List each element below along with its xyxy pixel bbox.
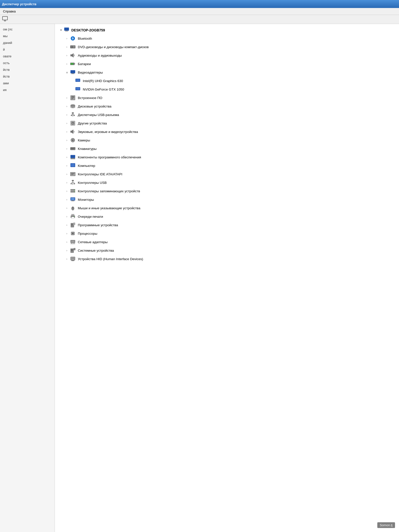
svg-rect-90 <box>72 233 74 234</box>
svg-rect-64 <box>72 180 74 181</box>
audio-label: Аудиовходы и аудиовыходы <box>78 54 122 57</box>
gpu1-label: Intel(R) UHD Graphics 630 <box>83 79 123 83</box>
menu-item-help[interactable]: Справка <box>1 8 18 14</box>
bluetooth-icon: B <box>70 35 76 41</box>
sidebar-item-7[interactable]: йств <box>0 73 55 80</box>
cpu-label: Процессоры <box>78 232 97 235</box>
sidebar-item-0[interactable]: ом (лс <box>0 26 55 33</box>
computer-label: Компьютер <box>78 164 95 168</box>
svg-rect-51 <box>74 148 74 148</box>
svg-rect-86 <box>71 224 73 224</box>
software-label: Компоненты программного обеспечения <box>78 155 141 159</box>
sidebar-item-2[interactable]: даний <box>0 39 55 46</box>
tree-item-hid[interactable]: › Устройства HID (Human Interface Device… <box>57 255 397 263</box>
tree-item-storage[interactable]: › Контроллеры запоминающих устройств <box>57 187 397 195</box>
network-icon <box>70 239 76 245</box>
tree-item-printer[interactable]: › Очереди печати <box>57 212 397 221</box>
tree-item-system[interactable]: › Системные устройства <box>57 246 397 255</box>
tree-item-network[interactable]: › Сетевые адаптеры <box>57 238 397 246</box>
dvd-icon <box>70 44 76 50</box>
cpu-icon <box>70 230 76 236</box>
svg-rect-54 <box>74 149 74 149</box>
other-icon: ? <box>70 120 76 126</box>
tree-item-usb[interactable]: › Диспетчеры USB-разъема <box>57 110 397 119</box>
svg-rect-57 <box>71 158 75 159</box>
chevron-cpu: › <box>65 231 69 235</box>
svg-rect-0 <box>2 16 7 20</box>
sidebar-item-6[interactable]: йств <box>0 66 55 73</box>
svg-rect-11 <box>71 46 73 47</box>
hid-label: Устройства HID (Human Interface Devices) <box>78 257 143 261</box>
tree-item-dvd[interactable]: › DVD-дисководы и дисководы компакт-диск… <box>57 43 397 51</box>
battery-label: Батареи <box>78 62 91 66</box>
tree-item-ide[interactable]: › Контроллеры IDE ATA/ATAPI <box>57 170 397 178</box>
sidebar-item-3[interactable]: й <box>0 46 55 53</box>
svg-point-68 <box>74 183 75 184</box>
ide-label: Контроллеры IDE ATA/ATAPI <box>78 172 122 176</box>
tree-item-battery[interactable]: › Батареи <box>57 60 397 68</box>
tree-item-firmware[interactable]: › Встроенное ПО <box>57 94 397 102</box>
svg-point-71 <box>74 190 75 190</box>
content-area: ▾ DESKTOP-2OGB759 › B <box>55 24 399 532</box>
tree-item-computer[interactable]: › Компьютер <box>57 161 397 170</box>
prog-label: Программные устройства <box>78 223 118 227</box>
storage-label: Контроллеры запоминающих устройств <box>78 189 140 193</box>
svg-point-67 <box>71 183 72 184</box>
tree-item-monitors[interactable]: › Мониторы <box>57 195 397 204</box>
tree-item-mouse[interactable]: › Мыши и иные указывающие устройства <box>57 204 397 212</box>
sidebar-item-1[interactable]: мы <box>0 33 55 39</box>
title-bar: Диспетчер устройств <box>0 0 399 8</box>
keyboard-icon <box>70 146 76 152</box>
tree-item-keyboard[interactable]: › Клавиатуры <box>57 144 397 153</box>
tree-item-display[interactable]: ∨ Видеоадаптеры <box>57 68 397 77</box>
tree-item-disk[interactable]: › Дисковые устройства <box>57 102 397 110</box>
svg-rect-82 <box>72 217 74 218</box>
svg-rect-53 <box>72 149 73 149</box>
usb-icon <box>70 112 76 118</box>
svg-rect-55 <box>74 148 75 148</box>
chevron-prog: › <box>65 223 69 227</box>
ide-icon <box>70 171 76 177</box>
chevron-disk: › <box>65 104 69 108</box>
svg-rect-105 <box>71 250 73 251</box>
tree-root[interactable]: ▾ DESKTOP-2OGB759 <box>57 26 397 34</box>
tree-item-other[interactable]: › ? Другие устройства <box>57 119 397 127</box>
hid-icon <box>70 256 76 262</box>
tree-item-gpu2[interactable]: NVIDIA GeForce GTX 1050 <box>57 85 397 94</box>
svg-rect-23 <box>76 88 80 90</box>
tree-item-camera[interactable]: › Камеры <box>57 136 397 144</box>
firmware-icon <box>70 95 76 101</box>
svg-rect-87 <box>71 225 73 225</box>
chevron-audio: › <box>65 53 69 57</box>
monitors-label: Мониторы <box>78 198 94 202</box>
tree-item-sound[interactable]: › Звуковые, игровые и видеоустройства <box>57 127 397 136</box>
battery-icon <box>70 61 76 67</box>
sidebar-item-4[interactable]: овате <box>0 53 55 60</box>
sound-icon <box>70 129 76 135</box>
display-icon <box>70 69 76 75</box>
chevron-computer: › <box>65 164 69 168</box>
firmware-label: Встроенное ПО <box>78 96 102 100</box>
sidebar-item-5[interactable]: ость <box>0 60 55 66</box>
chevron-network: › <box>65 240 69 244</box>
svg-marker-13 <box>72 53 73 58</box>
tree-item-audio[interactable]: › Аудиовходы и аудиовыходы <box>57 51 397 60</box>
tree-item-cpu[interactable]: › Процессоры <box>57 229 397 238</box>
tree-item-usbctrl[interactable]: › Контроллеры USB <box>57 178 397 187</box>
tree-item-software[interactable]: › Компоненты программного обеспечения <box>57 153 397 161</box>
svg-rect-102 <box>71 249 74 253</box>
root-expand-icon: ▾ <box>59 28 63 32</box>
printer-icon <box>70 213 76 219</box>
monitor-icon[interactable] <box>2 16 8 23</box>
sidebar-item-9[interactable]: ия <box>0 87 55 93</box>
tree-item-prog[interactable]: › Программные устройства <box>57 221 397 229</box>
software-icon <box>70 154 76 160</box>
menu-bar: Справка <box>0 8 399 15</box>
chevron-usbctrl: › <box>65 181 69 185</box>
tree-item-bluetooth[interactable]: › B Bluetooth <box>57 34 397 43</box>
tree-item-gpu1[interactable]: Intel(R) UHD Graphics 630 <box>57 77 397 85</box>
svg-rect-4 <box>65 31 68 31</box>
sidebar-item-8[interactable]: ами <box>0 80 55 87</box>
svg-rect-56 <box>71 155 75 158</box>
prog-icon <box>70 222 76 228</box>
